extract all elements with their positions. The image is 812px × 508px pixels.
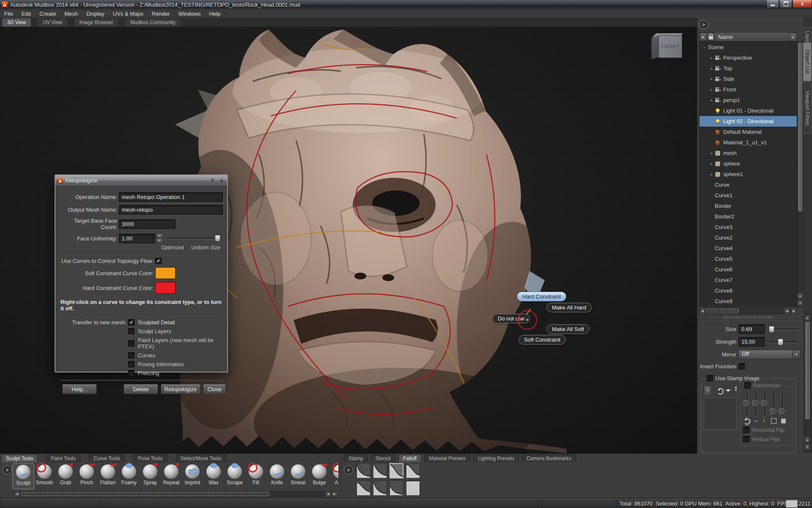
mirror-dropdown[interactable]: Off ▼	[738, 350, 801, 359]
tree-item-front[interactable]: +Front	[700, 84, 797, 95]
menu-mesh[interactable]: Mesh	[60, 10, 82, 18]
face-uniformity-input[interactable]: 1.00	[119, 234, 155, 243]
invert-function-checkbox[interactable]	[738, 363, 745, 370]
falloff-preset-flat[interactable]	[406, 480, 420, 496]
face-uniformity-slider-knob[interactable]	[215, 235, 220, 242]
random-height-icon[interactable]: ↕	[763, 417, 765, 423]
menu-display[interactable]: Display	[82, 10, 109, 18]
output-mesh-name-input[interactable]: mesh-retopo	[119, 205, 223, 215]
stamp-preview[interactable]	[704, 398, 737, 430]
marking-menu-soft-constraint[interactable]: Soft Constraint	[518, 335, 566, 345]
tab-lighting-presets[interactable]: Lighting Presets	[473, 454, 519, 462]
hard-constraint-color-swatch[interactable]	[155, 282, 176, 294]
falloff-expand-button[interactable]: >	[344, 465, 353, 475]
tree-item-mesh[interactable]: +mesh	[700, 148, 797, 158]
random-color-swatch[interactable]	[781, 419, 786, 423]
column-toggle-button[interactable]: ▶	[700, 33, 707, 41]
use-curves-checkbox[interactable]: ✓	[155, 258, 162, 264]
face-uniformity-slider[interactable]	[167, 237, 220, 239]
falloff-preset-scurve[interactable]	[390, 463, 403, 478]
close-button[interactable]: Close	[203, 384, 226, 394]
menu-edit[interactable]: Edit	[17, 10, 35, 18]
tree-item-border2[interactable]: Border2	[700, 211, 797, 222]
tree-item-curve3[interactable]: Curve3	[700, 222, 797, 232]
collapse-minus-icon[interactable]: −	[702, 45, 707, 50]
tool-smooth[interactable]: Smooth	[33, 463, 55, 489]
tree-item-curve8[interactable]: Curve8	[700, 285, 797, 296]
randomize-slider-knob[interactable]	[770, 409, 777, 414]
tree-scroll-right-button[interactable]: ▶	[791, 308, 797, 314]
randomize-slider[interactable]	[746, 390, 748, 417]
tab-camera-bookmarks[interactable]: Camera Bookmarks	[522, 454, 576, 462]
help-button[interactable]: Help...	[62, 384, 97, 394]
strength-slider-knob[interactable]	[778, 339, 783, 345]
tree-item-curve2[interactable]: Curve2	[700, 232, 797, 243]
tab-uv-view[interactable]: UV View	[37, 18, 68, 27]
tab-pose-tools[interactable]: Pose Tools	[133, 454, 167, 462]
tree-scroll-left2-button[interactable]: ◀	[784, 308, 790, 314]
random-scale-icon[interactable]	[771, 418, 776, 424]
name-column-header[interactable]: Name	[715, 34, 789, 40]
tree-item-curve6[interactable]: Curve6	[700, 264, 797, 275]
tab-select-move-tools[interactable]: Select/Move Tools	[176, 454, 226, 462]
transfer-checkbox-posing-information[interactable]	[128, 361, 134, 367]
tab-falloff[interactable]: Falloff	[398, 454, 421, 462]
random-rotate-icon[interactable]	[744, 418, 750, 425]
falloff-preset-low[interactable]	[390, 480, 403, 496]
tree-item-sphere1[interactable]: +sphere1	[700, 169, 797, 179]
transfer-checkbox-curves[interactable]	[128, 352, 134, 359]
menu-render[interactable]: Render	[148, 10, 174, 18]
view-cube[interactable]: FRONT	[651, 33, 688, 64]
tool-sculpt[interactable]: Sculpt	[12, 463, 34, 489]
expand-plus-icon[interactable]: +	[709, 55, 714, 61]
props-scroll-thumb[interactable]	[805, 322, 810, 419]
marking-menu-make-all-soft[interactable]: Make All Soft	[546, 324, 590, 334]
tree-item-curve[interactable]: Curve	[700, 179, 797, 190]
size-input[interactable]: 0.69	[738, 324, 765, 334]
tool-smear[interactable]: Smear	[287, 463, 309, 489]
props-scroll-up2-button[interactable]: ▲	[804, 436, 810, 443]
tab-sculpt-tools[interactable]: Sculpt Tools	[1, 454, 38, 462]
dialog-help-button[interactable]: ?	[208, 177, 216, 184]
transfer-checkbox-freezing[interactable]	[128, 370, 134, 376]
randomize-slider[interactable]	[754, 390, 757, 417]
tray-scroll-thumb[interactable]	[21, 492, 269, 496]
tree-item-curve1[interactable]: Curve1	[700, 190, 797, 201]
tree-scroll-up-button[interactable]: ▲	[789, 33, 797, 41]
tree-horizontal-scrollbar[interactable]: ◀ ◀ ▶	[699, 308, 797, 314]
vertical-flip-checkbox[interactable]	[743, 436, 749, 442]
tree-item-light-01-directional[interactable]: Light 01 - Directional	[700, 105, 797, 116]
expand-plus-icon[interactable]: +	[709, 77, 714, 82]
expand-plus-icon[interactable]: +	[709, 161, 714, 166]
tray-scroll-left-button[interactable]: ◀	[14, 491, 20, 497]
tool-imprint[interactable]: Imprint	[181, 463, 203, 489]
stamp-flip-vertical-icon[interactable]: ▲▼	[734, 386, 738, 392]
tree-item-scene[interactable]: −Scene	[700, 42, 797, 52]
soft-constraint-color-swatch[interactable]	[155, 267, 176, 279]
falloff-preset-smooths[interactable]	[406, 463, 420, 478]
target-face-count-input[interactable]: 3000	[119, 219, 176, 229]
tree-vscroll-thumb[interactable]	[798, 43, 802, 211]
falloff-preset-steep[interactable]	[357, 463, 370, 478]
panel-expand-button[interactable]: >	[699, 20, 708, 29]
panel-splitter-grip[interactable]	[723, 316, 774, 319]
transfer-checkbox-sculpted-detail[interactable]: ✓	[128, 319, 134, 326]
expand-plus-icon[interactable]: +	[709, 98, 714, 103]
menu-file[interactable]: File	[0, 10, 17, 18]
size-slider-knob[interactable]	[769, 326, 774, 333]
face-uniformity-spinner[interactable]: ▲ ▼	[156, 233, 163, 243]
randomize-slider-knob[interactable]	[779, 409, 786, 414]
randomize-slider[interactable]	[781, 390, 784, 417]
lock-button[interactable]	[707, 33, 715, 41]
tab-material-presets[interactable]: Material Presets	[424, 454, 470, 462]
transfer-checkbox-sculpt-layers[interactable]	[128, 328, 134, 334]
tool-spray[interactable]: Spray	[139, 463, 161, 489]
tray-scrollbar[interactable]: ◀ ◀ ▶	[14, 491, 337, 497]
stamp-flip-horizontal-icon[interactable]: ◀▶	[726, 387, 730, 393]
horizontal-flip-checkbox[interactable]	[743, 427, 749, 433]
tree-item-border[interactable]: Border	[700, 201, 797, 211]
props-scroll-down-button[interactable]: ▼	[804, 444, 810, 450]
tree-item-curve4[interactable]: Curve4	[700, 243, 797, 254]
expand-plus-icon[interactable]: +	[709, 151, 714, 156]
delete-button[interactable]: Delete	[123, 384, 158, 394]
